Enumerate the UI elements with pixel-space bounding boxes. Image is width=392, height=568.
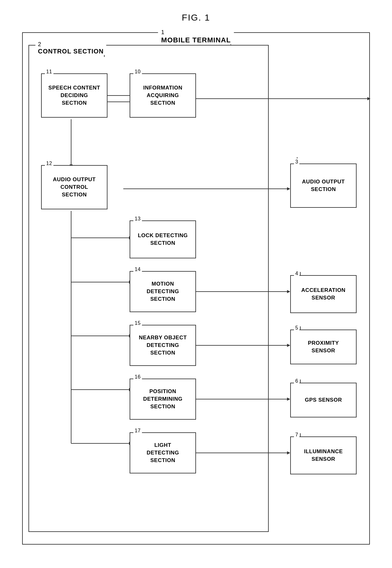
acceleration-sensor-block: 4 ACCELERATIONSENSOR [290, 275, 357, 313]
information-acquiring-block: 10 INFORMATIONACQUIRINGSECTION [130, 73, 196, 118]
diagram-wrapper: 1 MOBILE TERMINAL 2 CONTROL SECTION 11 S… [22, 32, 370, 545]
control-section-label: 2 CONTROL SECTION [35, 40, 106, 55]
illuminance-sensor-block: 7 ILLUMINANCESENSOR [290, 436, 357, 474]
speech-content-block: 11 SPEECH CONTENTDECIDINGSECTION [41, 73, 107, 118]
light-detecting-block: 17 LIGHTDETECTINGSECTION [130, 432, 196, 473]
nearby-object-block: 15 NEARBY OBJECTDETECTINGSECTION [130, 325, 196, 366]
motion-detecting-block: 14 MOTIONDETECTINGSECTION [130, 271, 196, 312]
proximity-sensor-block: 5 PROXIMITYSENSOR [290, 330, 357, 364]
lock-detecting-block: 13 LOCK DETECTINGSECTION [130, 220, 196, 258]
audio-output-section-block: 3 AUDIO OUTPUTSECTION [290, 164, 357, 208]
mobile-terminal-label: 1 MOBILE TERMINAL [158, 28, 234, 44]
position-determining-block: 16 POSITIONDETERMININGSECTION [130, 379, 196, 420]
fig-title: FIG. 1 [182, 13, 210, 23]
audio-output-control-block: 12 AUDIO OUTPUTCONTROLSECTION [41, 165, 107, 209]
gps-sensor-block: 6 GPS SENSOR [290, 383, 357, 417]
